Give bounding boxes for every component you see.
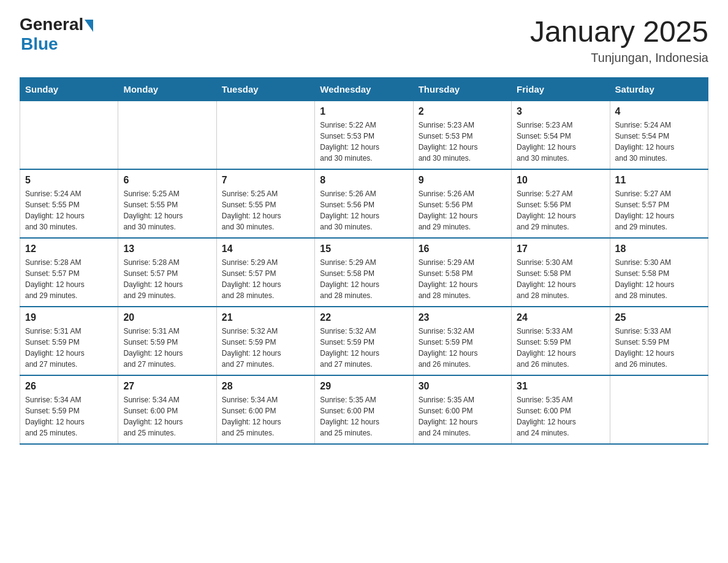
day-number: 23 bbox=[419, 312, 506, 323]
table-row: 15Sunrise: 5:29 AM Sunset: 5:58 PM Dayli… bbox=[315, 238, 413, 307]
calendar-week-row: 5Sunrise: 5:24 AM Sunset: 5:55 PM Daylig… bbox=[20, 169, 708, 238]
day-number: 24 bbox=[517, 312, 604, 323]
day-info: Sunrise: 5:25 AM Sunset: 5:55 PM Dayligh… bbox=[222, 188, 309, 232]
day-number: 13 bbox=[123, 243, 211, 255]
day-info: Sunrise: 5:29 AM Sunset: 5:58 PM Dayligh… bbox=[320, 257, 408, 301]
day-number: 26 bbox=[25, 381, 113, 392]
logo-arrow-icon bbox=[85, 20, 93, 32]
day-info: Sunrise: 5:32 AM Sunset: 5:59 PM Dayligh… bbox=[320, 326, 408, 370]
day-number: 10 bbox=[517, 175, 604, 186]
day-info: Sunrise: 5:30 AM Sunset: 5:58 PM Dayligh… bbox=[615, 257, 703, 301]
day-number: 31 bbox=[517, 381, 604, 392]
calendar-week-row: 1Sunrise: 5:22 AM Sunset: 5:53 PM Daylig… bbox=[20, 101, 708, 170]
header-thursday: Thursday bbox=[413, 78, 511, 101]
table-row: 27Sunrise: 5:34 AM Sunset: 6:00 PM Dayli… bbox=[118, 375, 216, 444]
header-monday: Monday bbox=[118, 78, 216, 101]
calendar-title: January 2025 bbox=[530, 15, 708, 48]
calendar-table: Sunday Monday Tuesday Wednesday Thursday… bbox=[20, 77, 708, 445]
calendar-week-row: 26Sunrise: 5:34 AM Sunset: 5:59 PM Dayli… bbox=[20, 375, 708, 444]
calendar-header-row: Sunday Monday Tuesday Wednesday Thursday… bbox=[20, 78, 708, 101]
day-info: Sunrise: 5:23 AM Sunset: 5:54 PM Dayligh… bbox=[517, 120, 604, 164]
day-info: Sunrise: 5:28 AM Sunset: 5:57 PM Dayligh… bbox=[123, 257, 211, 301]
day-info: Sunrise: 5:30 AM Sunset: 5:58 PM Dayligh… bbox=[517, 257, 604, 301]
table-row bbox=[118, 101, 216, 170]
logo-general-text: General bbox=[20, 15, 83, 34]
table-row: 11Sunrise: 5:27 AM Sunset: 5:57 PM Dayli… bbox=[610, 169, 708, 238]
day-info: Sunrise: 5:33 AM Sunset: 5:59 PM Dayligh… bbox=[615, 326, 703, 370]
day-info: Sunrise: 5:22 AM Sunset: 5:53 PM Dayligh… bbox=[320, 120, 408, 164]
day-number: 22 bbox=[320, 312, 408, 323]
day-number: 11 bbox=[615, 175, 703, 186]
table-row: 10Sunrise: 5:27 AM Sunset: 5:56 PM Dayli… bbox=[512, 169, 610, 238]
day-number: 18 bbox=[615, 243, 703, 255]
table-row: 22Sunrise: 5:32 AM Sunset: 5:59 PM Dayli… bbox=[315, 307, 413, 375]
table-row: 16Sunrise: 5:29 AM Sunset: 5:58 PM Dayli… bbox=[413, 238, 511, 307]
table-row: 13Sunrise: 5:28 AM Sunset: 5:57 PM Dayli… bbox=[118, 238, 216, 307]
day-number: 15 bbox=[320, 243, 408, 255]
day-info: Sunrise: 5:35 AM Sunset: 6:00 PM Dayligh… bbox=[517, 394, 604, 439]
day-info: Sunrise: 5:29 AM Sunset: 5:58 PM Dayligh… bbox=[419, 257, 506, 301]
table-row bbox=[216, 101, 314, 170]
day-info: Sunrise: 5:29 AM Sunset: 5:57 PM Dayligh… bbox=[222, 257, 309, 301]
header-wednesday: Wednesday bbox=[315, 78, 413, 101]
table-row: 12Sunrise: 5:28 AM Sunset: 5:57 PM Dayli… bbox=[20, 238, 118, 307]
day-info: Sunrise: 5:35 AM Sunset: 6:00 PM Dayligh… bbox=[320, 394, 408, 439]
table-row: 2Sunrise: 5:23 AM Sunset: 5:53 PM Daylig… bbox=[413, 101, 511, 170]
day-number: 5 bbox=[25, 175, 113, 186]
day-info: Sunrise: 5:31 AM Sunset: 5:59 PM Dayligh… bbox=[123, 326, 211, 370]
day-number: 3 bbox=[517, 106, 604, 117]
table-row: 17Sunrise: 5:30 AM Sunset: 5:58 PM Dayli… bbox=[512, 238, 610, 307]
day-number: 28 bbox=[222, 381, 309, 392]
day-info: Sunrise: 5:26 AM Sunset: 5:56 PM Dayligh… bbox=[320, 188, 408, 232]
table-row: 19Sunrise: 5:31 AM Sunset: 5:59 PM Dayli… bbox=[20, 307, 118, 375]
day-number: 16 bbox=[419, 243, 506, 255]
day-info: Sunrise: 5:27 AM Sunset: 5:57 PM Dayligh… bbox=[615, 188, 703, 232]
day-number: 25 bbox=[615, 312, 703, 323]
day-number: 14 bbox=[222, 243, 309, 255]
day-info: Sunrise: 5:31 AM Sunset: 5:59 PM Dayligh… bbox=[25, 326, 113, 370]
table-row: 28Sunrise: 5:34 AM Sunset: 6:00 PM Dayli… bbox=[216, 375, 314, 444]
table-row: 31Sunrise: 5:35 AM Sunset: 6:00 PM Dayli… bbox=[512, 375, 610, 444]
logo: General Blue bbox=[20, 15, 93, 54]
day-info: Sunrise: 5:24 AM Sunset: 5:55 PM Dayligh… bbox=[25, 188, 113, 232]
table-row: 20Sunrise: 5:31 AM Sunset: 5:59 PM Dayli… bbox=[118, 307, 216, 375]
table-row: 18Sunrise: 5:30 AM Sunset: 5:58 PM Dayli… bbox=[610, 238, 708, 307]
calendar-week-row: 12Sunrise: 5:28 AM Sunset: 5:57 PM Dayli… bbox=[20, 238, 708, 307]
table-row: 3Sunrise: 5:23 AM Sunset: 5:54 PM Daylig… bbox=[512, 101, 610, 170]
day-info: Sunrise: 5:34 AM Sunset: 5:59 PM Dayligh… bbox=[25, 394, 113, 439]
day-number: 17 bbox=[517, 243, 604, 255]
table-row: 21Sunrise: 5:32 AM Sunset: 5:59 PM Dayli… bbox=[216, 307, 314, 375]
day-info: Sunrise: 5:32 AM Sunset: 5:59 PM Dayligh… bbox=[419, 326, 506, 370]
day-number: 8 bbox=[320, 175, 408, 186]
day-info: Sunrise: 5:27 AM Sunset: 5:56 PM Dayligh… bbox=[517, 188, 604, 232]
page-header: General Blue January 2025 Tunjungan, Ind… bbox=[20, 15, 708, 65]
table-row: 1Sunrise: 5:22 AM Sunset: 5:53 PM Daylig… bbox=[315, 101, 413, 170]
table-row bbox=[610, 375, 708, 444]
day-info: Sunrise: 5:28 AM Sunset: 5:57 PM Dayligh… bbox=[25, 257, 113, 301]
header-sunday: Sunday bbox=[20, 78, 118, 101]
day-number: 21 bbox=[222, 312, 309, 323]
table-row: 7Sunrise: 5:25 AM Sunset: 5:55 PM Daylig… bbox=[216, 169, 314, 238]
header-friday: Friday bbox=[512, 78, 610, 101]
table-row: 8Sunrise: 5:26 AM Sunset: 5:56 PM Daylig… bbox=[315, 169, 413, 238]
day-info: Sunrise: 5:35 AM Sunset: 6:00 PM Dayligh… bbox=[419, 394, 506, 439]
day-number: 4 bbox=[615, 106, 703, 117]
day-info: Sunrise: 5:34 AM Sunset: 6:00 PM Dayligh… bbox=[222, 394, 309, 439]
table-row: 5Sunrise: 5:24 AM Sunset: 5:55 PM Daylig… bbox=[20, 169, 118, 238]
table-row: 4Sunrise: 5:24 AM Sunset: 5:54 PM Daylig… bbox=[610, 101, 708, 170]
day-info: Sunrise: 5:26 AM Sunset: 5:56 PM Dayligh… bbox=[419, 188, 506, 232]
table-row: 6Sunrise: 5:25 AM Sunset: 5:55 PM Daylig… bbox=[118, 169, 216, 238]
day-number: 20 bbox=[123, 312, 211, 323]
day-info: Sunrise: 5:32 AM Sunset: 5:59 PM Dayligh… bbox=[222, 326, 309, 370]
header-tuesday: Tuesday bbox=[216, 78, 314, 101]
table-row: 25Sunrise: 5:33 AM Sunset: 5:59 PM Dayli… bbox=[610, 307, 708, 375]
day-info: Sunrise: 5:33 AM Sunset: 5:59 PM Dayligh… bbox=[517, 326, 604, 370]
calendar-subtitle: Tunjungan, Indonesia bbox=[530, 51, 708, 65]
table-row: 29Sunrise: 5:35 AM Sunset: 6:00 PM Dayli… bbox=[315, 375, 413, 444]
day-number: 19 bbox=[25, 312, 113, 323]
day-number: 27 bbox=[123, 381, 211, 392]
table-row: 30Sunrise: 5:35 AM Sunset: 6:00 PM Dayli… bbox=[413, 375, 511, 444]
day-info: Sunrise: 5:34 AM Sunset: 6:00 PM Dayligh… bbox=[123, 394, 211, 439]
day-number: 6 bbox=[123, 175, 211, 186]
day-number: 29 bbox=[320, 381, 408, 392]
